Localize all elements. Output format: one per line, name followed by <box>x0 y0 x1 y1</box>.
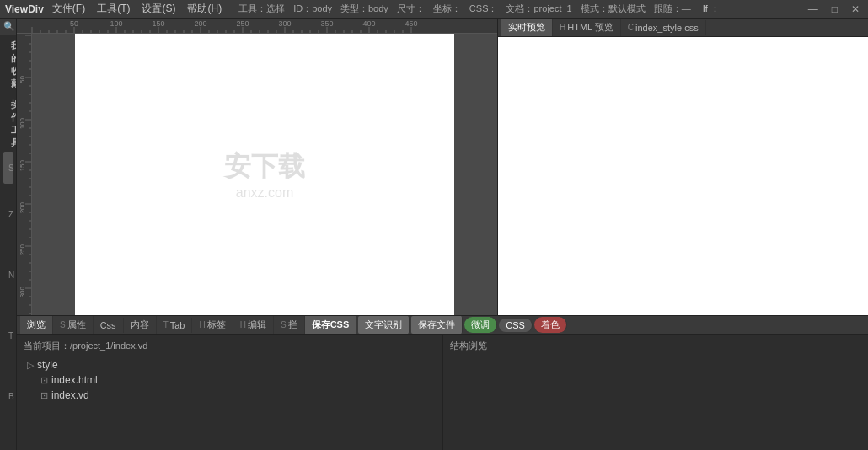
btab-text-recognize[interactable]: 文字识别 <box>358 316 410 334</box>
html-preview-label: HTML 预览 <box>567 21 613 34</box>
btab-colorize[interactable]: 着色 <box>534 317 567 333</box>
css-file-label: index_style.css <box>635 23 699 33</box>
right-panel: 实时预览 H HTML 预览 C index_style.css <box>497 19 868 315</box>
tab-html-preview[interactable]: H HTML 预览 <box>553 19 621 36</box>
sidebar: 🔍 我的收藏 操作工具 S 选择 Z <box>0 19 17 450</box>
btab-css-toggle[interactable]: CSS <box>499 319 533 332</box>
favorites-section: 我的收藏 <box>0 35 16 94</box>
btab-browse-label: 浏览 <box>27 319 46 331</box>
right-preview-area <box>498 37 868 315</box>
menu-tools[interactable]: 工具(T) <box>97 2 130 16</box>
maximize-button[interactable]: □ <box>828 3 841 15</box>
watermark-text: 安下载 <box>224 148 305 185</box>
main-layout: 🔍 我的收藏 操作工具 S 选择 Z <box>0 19 868 450</box>
center-right-area: 安下载 anxz.com 实时预览 H HTML 预览 <box>17 19 868 450</box>
tool-align-bottom-key: B <box>8 392 17 401</box>
tool-zoom-in[interactable]: Z 放大工具 <box>3 184 13 244</box>
search-bar: 🔍 <box>0 19 16 35</box>
tool-align-top[interactable]: T 顶部对齐 <box>3 305 13 366</box>
btab-tab[interactable]: T Tab <box>157 318 193 333</box>
btab-edit-key: H <box>240 320 246 329</box>
right-tabs: 实时预览 H HTML 预览 C index_style.css <box>498 19 868 37</box>
file-tree-item-style[interactable]: ▷ style <box>24 357 436 372</box>
file-vd-label: index.vd <box>51 389 89 401</box>
size-label: 尺寸： <box>397 3 425 15</box>
css-file-key: C <box>628 23 634 32</box>
tool-zoom-in-key: Z <box>8 210 17 219</box>
realtime-preview-label: 实时预览 <box>508 21 545 34</box>
toolbar-info: 工具：选择 ID：body 类型：body 尺寸： 坐标： CSS： 文档：pr… <box>238 3 720 15</box>
tool-select[interactable]: S 选择 <box>3 152 13 184</box>
canvas-inner: 安下载 anxz.com <box>75 34 454 315</box>
btab-content-label: 内容 <box>131 319 149 331</box>
btab-fine-tune[interactable]: 微调 <box>464 317 497 333</box>
btab-css-toggle-label: CSS <box>506 320 525 330</box>
titlebar: ViewDiv 文件(F) 工具(T) 设置(S) 帮助(H) 工具：选择 ID… <box>0 0 868 19</box>
tool-select-key: S <box>8 163 17 173</box>
favorites-label: 我的收藏 <box>11 40 17 90</box>
html-preview-key: H <box>560 23 565 32</box>
btab-save-css[interactable]: 保存CSS <box>305 316 357 334</box>
tab-realtime-preview[interactable]: 实时预览 <box>501 19 553 36</box>
btab-text-recognize-label: 文字识别 <box>365 319 402 331</box>
menu-file[interactable]: 文件(F) <box>52 2 85 16</box>
file-tree-panel: 当前项目：/project_1/index.vd ▷ style ⊡ index… <box>17 335 442 450</box>
bottom-tabs: 浏览 S 属性 Css 内容 T Tab H 标签 <box>17 316 868 335</box>
tool-label: 工具：选择 <box>238 3 285 15</box>
btab-tab-label: Tab <box>170 320 185 330</box>
tool-align-bottom[interactable]: B 底部对齐 <box>3 366 13 426</box>
btab-edit-label: 编辑 <box>248 319 266 331</box>
btab-content[interactable]: 内容 <box>124 316 157 334</box>
btab-save-file-label: 保存文件 <box>418 319 455 331</box>
btab-save-css-label: 保存CSS <box>312 319 350 331</box>
search-icon: 🔍 <box>3 21 15 32</box>
btab-props[interactable]: S 属性 <box>53 316 94 334</box>
btab-tag[interactable]: H 标签 <box>192 316 233 334</box>
css-label: CSS： <box>469 3 498 15</box>
type-label: 类型：body <box>340 3 388 15</box>
tools-header: 操作工具 <box>3 96 13 152</box>
tab-css-file[interactable]: C index_style.css <box>621 20 706 35</box>
menu-bar: 文件(F) 工具(T) 设置(S) 帮助(H) <box>52 2 222 16</box>
favorites-header: 我的收藏 <box>3 37 13 93</box>
watermark-subtext: anxz.com <box>224 185 305 201</box>
btab-s[interactable]: S 拦 <box>274 316 305 334</box>
tool-zoom-out[interactable]: N 缩小工具 <box>3 244 13 305</box>
file-tree-item-html[interactable]: ⊡ index.html <box>24 372 436 388</box>
mode-label: 模式：默认模式 <box>581 3 646 15</box>
grid-icon <box>7 61 8 69</box>
coord-label: 坐标： <box>433 3 461 15</box>
btab-browse[interactable]: 浏览 <box>20 316 53 334</box>
btab-edit[interactable]: H 编辑 <box>233 316 274 334</box>
file-style-label: style <box>37 359 58 371</box>
btab-css[interactable]: Css <box>94 318 124 333</box>
btab-save-file[interactable]: 保存文件 <box>411 316 463 334</box>
btab-css-label: Css <box>100 320 116 330</box>
minimize-button[interactable]: — <box>805 3 822 15</box>
file-tree-header: 当前项目：/project_1/index.vd <box>24 340 436 352</box>
tools-label: 操作工具 <box>11 99 17 149</box>
tool-align-left[interactable]: L 左边对齐 <box>3 426 13 450</box>
btab-s-key: S <box>281 320 287 329</box>
html-file-icon: ⊡ <box>40 375 48 386</box>
canvas-area: 安下载 anxz.com <box>17 34 497 315</box>
window-controls: — □ ✕ <box>805 3 863 15</box>
if-label: If ： <box>703 3 720 15</box>
follow-label: 跟随：— <box>654 3 691 15</box>
btab-tag-key: H <box>199 320 205 329</box>
tools-section: 操作工具 S 选择 Z 放大工具 N 缩小工具 T 顶部对齐 B 底部对齐 <box>0 94 16 450</box>
folder-icon: ▷ <box>27 360 34 371</box>
structure-panel: 结构浏览 <box>442 335 869 450</box>
btab-colorize-label: 着色 <box>541 319 560 331</box>
struct-header: 结构浏览 <box>450 340 862 352</box>
design-canvas[interactable]: 安下载 anxz.com <box>32 34 497 315</box>
file-tree-item-vd[interactable]: ⊡ index.vd <box>24 388 436 403</box>
horizontal-ruler <box>17 19 497 34</box>
center-top: 安下载 anxz.com 实时预览 H HTML 预览 <box>17 19 868 315</box>
btab-tag-label: 标签 <box>207 319 226 331</box>
bottom-panel: 浏览 S 属性 Css 内容 T Tab H 标签 <box>17 315 868 450</box>
bottom-content: 当前项目：/project_1/index.vd ▷ style ⊡ index… <box>17 335 868 450</box>
menu-settings[interactable]: 设置(S) <box>142 2 175 16</box>
menu-help[interactable]: 帮助(H) <box>187 2 222 16</box>
close-button[interactable]: ✕ <box>848 3 863 15</box>
